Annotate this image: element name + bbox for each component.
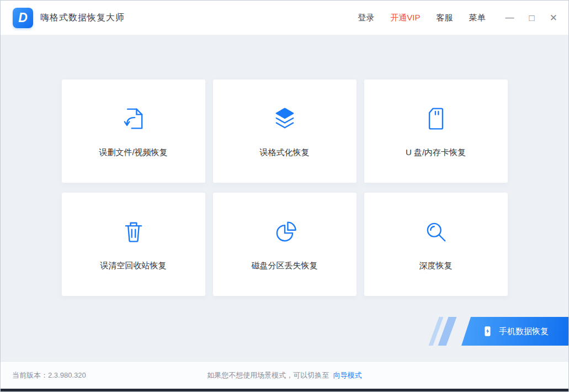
card-label: 磁盘分区丢失恢复 (252, 261, 318, 271)
app-logo-icon: D (13, 8, 33, 28)
version-label: 当前版本：2.3.980.320 (12, 370, 86, 380)
menu-button[interactable]: 菜单 (469, 13, 485, 23)
vip-button[interactable]: 开通VIP (390, 13, 420, 23)
support-button[interactable]: 客服 (436, 13, 453, 23)
layers-format-icon (270, 104, 299, 133)
maximize-icon[interactable]: □ (529, 13, 534, 23)
deep-scan-icon (422, 218, 450, 246)
card-label: 深度恢复 (419, 261, 453, 271)
recycle-bin-icon (119, 218, 148, 246)
file-restore-icon (119, 104, 148, 133)
phone-recovery-button[interactable]: 手机数据恢复 (461, 317, 568, 346)
mode-hint-text: 如果您不想使用场景模式，可以切换至 (207, 371, 329, 379)
card-label: 误格式化恢复 (260, 147, 310, 158)
phone-recovery-label: 手机数据恢复 (499, 326, 549, 337)
card-label: 误清空回收站恢复 (100, 261, 167, 271)
app-window: D 嗨格式数据恢复大师 登录 开通VIP 客服 菜单 — □ ✕ 误删文 (0, 0, 569, 392)
login-button[interactable]: 登录 (358, 13, 374, 23)
titlebar-nav: 登录 开通VIP 客服 菜单 (358, 13, 485, 23)
window-controls: — □ ✕ (505, 13, 557, 23)
card-disk-partition-recovery[interactable]: 磁盘分区丢失恢复 (213, 193, 357, 296)
card-deep-recovery[interactable]: 深度恢复 (364, 193, 508, 296)
main-area: 误删文件/视频恢复 误格式化恢复 U 盘/内存卡恢复 (1, 35, 568, 362)
card-label: U 盘/内存卡恢复 (406, 147, 466, 158)
close-icon[interactable]: ✕ (550, 13, 557, 23)
phone-banner-area: 手机数据恢复 (392, 317, 568, 346)
card-label: 误删文件/视频恢复 (99, 147, 167, 158)
card-recycle-bin-recovery[interactable]: 误清空回收站恢复 (62, 193, 205, 296)
titlebar: D 嗨格式数据恢复大师 登录 开通VIP 客服 菜单 — □ ✕ (1, 1, 568, 35)
card-usb-memory-card-recovery[interactable]: U 盘/内存卡恢复 (364, 80, 508, 183)
banner-stripe (438, 317, 457, 346)
recovery-mode-grid: 误删文件/视频恢复 误格式化恢复 U 盘/内存卡恢复 (62, 80, 508, 296)
minimize-icon[interactable]: — (505, 13, 514, 22)
statusbar: 当前版本：2.3.980.320 如果您不想使用场景模式，可以切换至 向导模式 (1, 361, 568, 389)
window-bottom-edge (1, 389, 568, 391)
app-title: 嗨格式数据恢复大师 (40, 12, 125, 24)
mode-hint: 如果您不想使用场景模式，可以切换至 向导模式 (207, 370, 362, 380)
memory-card-icon (422, 104, 450, 133)
card-deleted-file-recovery[interactable]: 误删文件/视频恢复 (62, 80, 205, 183)
card-format-recovery[interactable]: 误格式化恢复 (213, 80, 357, 183)
disk-partition-icon (270, 218, 299, 246)
banner-stripe (429, 317, 444, 346)
phone-recovery-icon (481, 325, 493, 337)
wizard-mode-link[interactable]: 向导模式 (333, 371, 362, 379)
